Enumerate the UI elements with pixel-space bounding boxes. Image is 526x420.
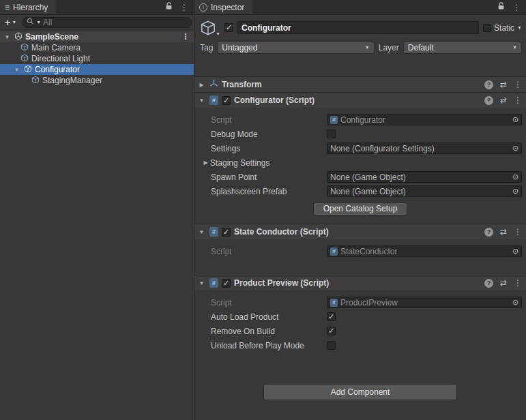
- add-component-button[interactable]: Add Component: [263, 384, 457, 400]
- property-value: ✓: [327, 312, 522, 321]
- hierarchy-item-configurator[interactable]: ▼ Configurator: [0, 64, 194, 75]
- unload-before-play-mode-checkbox[interactable]: [327, 341, 336, 350]
- hierarchy-panel: ≡ Hierarchy ⋮ + ▼ ▼ All: [0, 0, 194, 420]
- object-field-script[interactable]: # ProductPreview ⊙: [327, 297, 522, 308]
- hierarchy-item-label: Configurator: [35, 65, 80, 74]
- foldout-closed-icon[interactable]: ▶: [197, 82, 206, 88]
- property-row-script: Script # ProductPreview ⊙: [194, 295, 526, 310]
- property-label: Script: [211, 115, 327, 125]
- presets-icon[interactable]: ⇄: [500, 80, 507, 89]
- help-icon[interactable]: ?: [484, 80, 493, 89]
- help-icon[interactable]: ?: [484, 96, 493, 105]
- presets-icon[interactable]: ⇄: [500, 279, 507, 287]
- foldout-open-icon[interactable]: ▼: [197, 229, 206, 235]
- property-row-splashscreen-prefab: Splashscreen Prefab None (Game Object) ⊙: [194, 184, 526, 198]
- object-field-settings[interactable]: None (Configurator Settings) ⊙: [327, 142, 522, 154]
- tabbar-spacer: [56, 0, 165, 14]
- hierarchy-item-stagingmanager[interactable]: StagingManager: [0, 75, 194, 86]
- active-checkbox[interactable]: ✓: [224, 23, 233, 32]
- component-enabled-checkbox[interactable]: ✓: [222, 279, 231, 288]
- presets-icon[interactable]: ⇄: [500, 96, 507, 104]
- property-row-spawn-point: Spawn Point None (Game Object) ⊙: [194, 170, 526, 184]
- kebab-menu-icon[interactable]: ⋮: [514, 228, 522, 236]
- hierarchy-search-input[interactable]: ▼ All: [22, 17, 192, 28]
- foldout-open-icon[interactable]: ▼: [197, 97, 206, 104]
- gameobject-title-row: ▼ ✓ Configurator Static ▼: [200, 18, 522, 37]
- object-field-value: None (Configurator Settings): [330, 144, 435, 153]
- remove-on-build-checkbox[interactable]: ✓: [327, 327, 336, 335]
- info-icon: i: [199, 3, 207, 12]
- scene-kebab-menu-icon[interactable]: ⋮: [181, 33, 190, 41]
- kebab-menu-icon[interactable]: ⋮: [514, 80, 522, 89]
- object-picker-icon[interactable]: ⊙: [510, 115, 521, 124]
- caret-down-icon: ▼: [512, 45, 517, 50]
- lock-icon[interactable]: [165, 2, 173, 12]
- script-icon: #: [209, 95, 218, 105]
- tag-dropdown[interactable]: Untagged ▼: [217, 42, 374, 54]
- check-icon: ✓: [328, 327, 334, 335]
- property-label: Script: [211, 247, 327, 256]
- tabbar-spacer: [252, 0, 497, 14]
- property-value: [327, 341, 522, 350]
- kebab-menu-icon[interactable]: ⋮: [514, 96, 522, 104]
- script-icon: #: [330, 247, 338, 256]
- component-enabled-checkbox[interactable]: ✓: [222, 96, 231, 105]
- check-icon: ✓: [328, 313, 334, 320]
- property-row-remove-on-build: Remove On Build ✓: [194, 324, 526, 338]
- component-header-transform[interactable]: ▶ Transform ? ⇄ ⋮: [194, 76, 526, 92]
- static-dropdown[interactable]: Static ▼: [483, 23, 522, 33]
- object-picker-icon[interactable]: ⊙: [510, 172, 521, 181]
- object-picker-icon[interactable]: ⊙: [510, 298, 521, 307]
- component-header-product-preview[interactable]: ▼ # ✓ Product Preview (Script) ? ⇄ ⋮: [194, 275, 526, 290]
- object-picker-icon[interactable]: ⊙: [510, 187, 521, 196]
- property-row-staging-settings[interactable]: ▶ Staging Settings: [194, 155, 526, 170]
- debug-mode-checkbox[interactable]: [327, 130, 336, 138]
- object-picker-icon[interactable]: ⊙: [510, 247, 521, 256]
- static-checkbox[interactable]: [483, 24, 491, 32]
- plus-icon: +: [5, 17, 10, 28]
- tab-hierarchy[interactable]: ≡ Hierarchy: [0, 0, 56, 14]
- component-header-state-conductor[interactable]: ▼ # ✓ State Conductor (Script) ? ⇄ ⋮: [194, 224, 526, 239]
- component-header-actions: ? ⇄ ⋮: [484, 279, 522, 288]
- property-value: None (Game Object) ⊙: [327, 171, 522, 183]
- hierarchy-item-main-camera[interactable]: Main Camera: [0, 42, 194, 53]
- layer-dropdown[interactable]: Default ▼: [403, 42, 522, 54]
- kebab-menu-icon[interactable]: ⋮: [512, 3, 521, 12]
- component-header-configurator[interactable]: ▼ # ✓ Configurator (Script) ? ⇄ ⋮: [194, 92, 526, 108]
- property-label: Spawn Point: [211, 172, 327, 182]
- header-spacer: [194, 59, 526, 76]
- kebab-menu-icon[interactable]: ⋮: [514, 279, 522, 287]
- help-icon[interactable]: ?: [484, 279, 493, 288]
- object-picker-icon[interactable]: ⊙: [510, 144, 521, 153]
- tag-label: Tag: [200, 43, 213, 52]
- gameobject-icon[interactable]: ▼: [200, 19, 220, 37]
- property-value: # StateConductor ⊙: [327, 245, 522, 257]
- object-field-spawn-point[interactable]: None (Game Object) ⊙: [327, 171, 522, 183]
- foldout-open-icon[interactable]: ▼: [3, 34, 12, 40]
- caret-down-icon: ▼: [365, 45, 370, 50]
- lock-icon[interactable]: [497, 2, 505, 12]
- component-header-actions: ? ⇄ ⋮: [484, 96, 522, 105]
- object-field-script[interactable]: # StateConductor ⊙: [327, 245, 522, 257]
- create-object-button[interactable]: + ▼: [2, 16, 19, 29]
- hierarchy-item-samplescene[interactable]: ▼ SampleScene ⋮: [0, 31, 194, 42]
- search-filter-caret-icon: ▼: [36, 20, 41, 25]
- foldout-open-icon[interactable]: ▼: [12, 67, 21, 73]
- inspector-tab-icons: ⋮: [497, 0, 526, 14]
- kebab-menu-icon[interactable]: ⋮: [180, 3, 188, 12]
- open-catalog-setup-button[interactable]: Open Catalog Setup: [313, 202, 408, 215]
- layer-value: Default: [408, 43, 434, 52]
- presets-icon[interactable]: ⇄: [500, 228, 507, 236]
- foldout-open-icon[interactable]: ▼: [197, 280, 206, 286]
- help-icon[interactable]: ?: [484, 228, 493, 237]
- foldout-closed-icon[interactable]: ▶: [201, 160, 210, 166]
- component-title: Transform: [222, 80, 481, 89]
- component-enabled-checkbox[interactable]: ✓: [222, 228, 231, 237]
- hierarchy-item-directional-light[interactable]: Directional Light: [0, 53, 194, 64]
- object-field-script[interactable]: # Configurator ⊙: [327, 114, 522, 125]
- object-field-splashscreen-prefab[interactable]: None (Game Object) ⊙: [327, 185, 522, 197]
- gameobject-name-input[interactable]: Configurator: [237, 21, 479, 34]
- auto-load-product-checkbox[interactable]: ✓: [327, 312, 336, 321]
- property-label: Auto Load Product: [211, 312, 327, 322]
- tab-inspector[interactable]: i Inspector: [194, 0, 252, 14]
